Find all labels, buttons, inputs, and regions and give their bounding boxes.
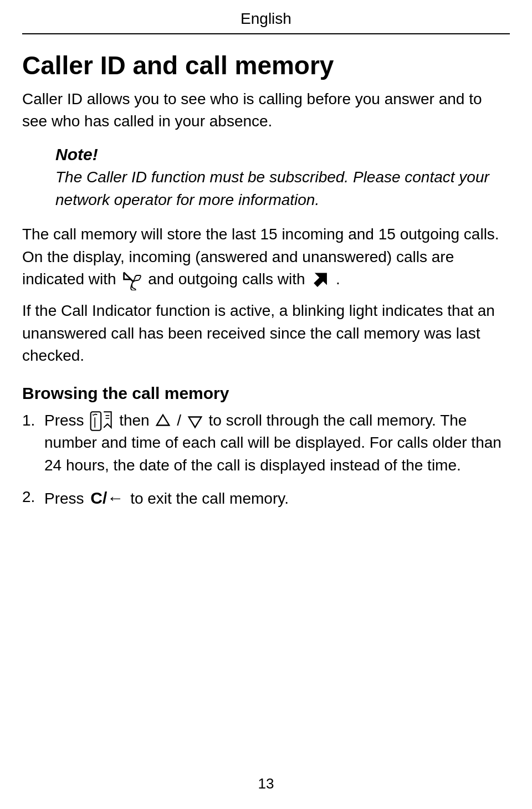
svg-marker-1 [314,273,327,287]
list-content-1: Press then / [44,409,510,477]
numbered-list: 1. Press then / [22,409,510,510]
list-1-press: Press [44,412,84,429]
list-2-press: Press [44,490,84,507]
page-title: Caller ID and call memory [22,51,510,80]
section-heading: Browsing the call memory [22,384,510,403]
body-text-1-end: . [336,270,340,288]
body-text-2: If the Call Indicator function is active… [22,300,510,367]
note-text: The Caller ID function must be subscribe… [55,166,510,211]
page-footer: 13 [0,775,532,792]
list-item-1: 1. Press then / [22,409,510,477]
note-label: Note! [55,145,510,164]
list-number-1: 1. [22,409,44,432]
list-2-after: to exit the call memory. [130,490,289,507]
c-button-label: C/← [90,489,124,507]
note-block: Note! The Caller ID function must be sub… [55,145,510,211]
nav-button-icon [90,411,113,432]
svg-marker-7 [189,417,202,428]
list-content-2: Press C/← to exit the call memory. [44,486,510,510]
page-container: English Caller ID and call memory Caller… [0,0,532,809]
arrow-down-icon [187,413,203,429]
outgoing-call-icon [311,271,330,290]
body-text-1-mid: and outgoing calls with [148,270,305,288]
language-label: English [241,10,291,27]
svg-marker-6 [157,415,170,426]
page-header: English [22,0,510,34]
body-text-1: The call memory will store the last 15 i… [22,223,510,291]
list-1-then: then [119,412,150,429]
intro-text: Caller ID allows you to see who is calli… [22,88,510,133]
page-number: 13 [258,775,274,792]
list-number-2: 2. [22,486,44,509]
incoming-call-icon [122,270,142,290]
list-1-slash: / [177,412,181,429]
list-item-2: 2. Press C/← to exit the call memory. [22,486,510,510]
arrow-up-icon [155,413,171,429]
